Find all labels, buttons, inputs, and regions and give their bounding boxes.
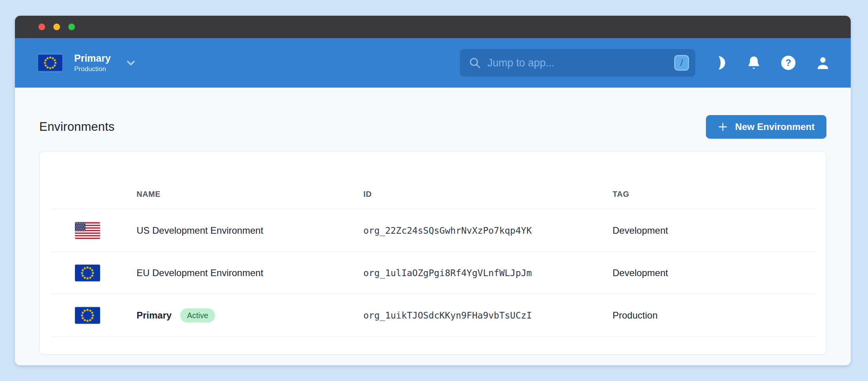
header-icon-group: ?	[711, 55, 831, 71]
notifications-button[interactable]	[746, 55, 762, 71]
new-environment-button[interactable]: New Environment	[706, 115, 826, 139]
search-icon	[469, 57, 481, 69]
moon-icon	[711, 55, 727, 71]
page-title-row: Environments New Environment	[39, 88, 826, 139]
eu-flag-icon	[75, 264, 100, 282]
jump-to-app-search[interactable]: /	[460, 49, 695, 77]
eu-flag-icon	[75, 307, 100, 324]
slash-shortcut-key: /	[674, 55, 689, 71]
zoom-window-button[interactable]	[68, 24, 75, 30]
close-window-button[interactable]	[38, 24, 45, 30]
environment-id: org_22Zc24sSQsGwhrNvXzPo7kqp4YK	[363, 225, 613, 236]
row-divider	[51, 336, 815, 337]
org-switcher[interactable]: Primary Production	[38, 53, 136, 73]
table-header-row: NAME ID TAG	[40, 152, 826, 209]
window-titlebar	[15, 16, 851, 38]
account-button[interactable]	[815, 55, 831, 71]
org-environment: Production	[74, 65, 111, 73]
environment-id: org_1uikTJOSdcKKyn9FHa9vbTsUCzI	[363, 310, 613, 321]
help-button[interactable]: ?	[780, 55, 797, 71]
environment-tag: Development	[613, 225, 826, 236]
active-status-badge: Active	[180, 308, 215, 322]
table-row[interactable]: US Development Environment org_22Zc24sSQ…	[40, 209, 826, 251]
app-header: Primary Production /	[15, 38, 851, 88]
dark-mode-toggle[interactable]	[711, 55, 728, 71]
search-input[interactable]	[487, 57, 674, 70]
environment-name: EU Development Environment	[137, 267, 263, 278]
column-header-id: ID	[363, 190, 613, 199]
table-row[interactable]: EU Development Environment org_1ulIaOZgP…	[40, 252, 826, 294]
user-icon	[815, 55, 831, 71]
column-header-tag: TAG	[613, 190, 826, 199]
environment-name: US Development Environment	[137, 225, 263, 236]
page-title: Environments	[39, 120, 115, 134]
table-row[interactable]: Primary Active org_1uikTJOSdcKKyn9FHa9vb…	[40, 294, 826, 336]
org-name: Primary	[74, 53, 111, 64]
environment-name: Primary	[137, 310, 171, 321]
main-content: Environments New Environment NAME ID TAG	[15, 88, 851, 355]
column-header-name: NAME	[137, 190, 363, 199]
svg-text:?: ?	[786, 58, 791, 68]
org-info: Primary Production	[74, 53, 111, 73]
environment-id: org_1ulIaOZgPgi8Rf4YgVLnfWLJpJm	[363, 268, 613, 278]
environments-table-card: NAME ID TAG	[39, 151, 826, 355]
eu-flag-icon	[38, 54, 62, 72]
chevron-down-icon	[126, 58, 136, 68]
environment-tag: Development	[613, 267, 826, 278]
bell-icon	[746, 55, 762, 71]
new-environment-label: New Environment	[735, 121, 815, 132]
plus-icon	[718, 122, 728, 132]
help-icon: ?	[780, 55, 797, 71]
minimize-window-button[interactable]	[53, 24, 60, 30]
app-window: Primary Production /	[15, 16, 851, 365]
us-flag-icon	[75, 222, 100, 239]
environment-tag: Production	[613, 310, 826, 321]
